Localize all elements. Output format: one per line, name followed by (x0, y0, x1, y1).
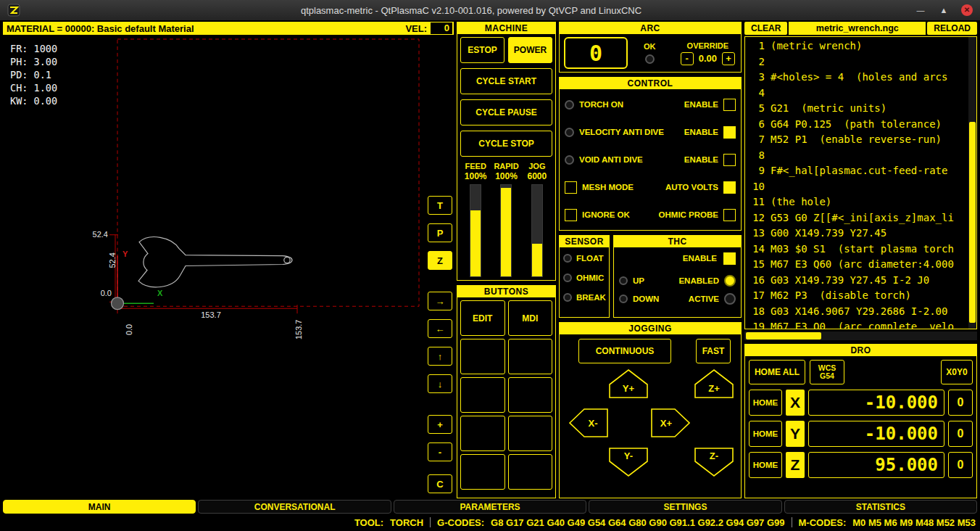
scrollbar-thumb[interactable] (746, 332, 821, 339)
pan-left-button[interactable]: ← (428, 319, 452, 338)
tab-settings[interactable]: SETTINGS (589, 500, 781, 514)
gcode-line-19[interactable]: 19M67 E3 Q0 (arc complete, velo (747, 319, 968, 329)
close-button[interactable]: ✕ (961, 4, 973, 16)
pan-right-button[interactable]: → (428, 292, 452, 310)
gcode-line-7[interactable]: 7M52 P1 (enable reverse-run) (747, 132, 968, 148)
preview-area[interactable]: FR: 1000PH: 3.00PD: 0.1CH: 1.00KW: 0.00 (3, 35, 423, 498)
rapid-slider[interactable] (500, 184, 512, 277)
fast-jog-button[interactable]: FAST (696, 339, 731, 363)
clear-view-button[interactable]: C (428, 474, 452, 493)
mesh-mode-label: MESH MODE (582, 183, 634, 192)
gcode-lines[interactable]: 1(metric wrench)23#<holes> = 4 (holes an… (745, 37, 968, 329)
gcode-line-9[interactable]: 9F#<_hal[plasmac.cut-feed-rate (747, 163, 968, 179)
jog-y+-button[interactable]: Y+ (609, 369, 648, 398)
user-button-empty[interactable] (508, 416, 553, 451)
gcode-line-12[interactable]: 12G53 G0 Z[[#<_ini[axis_z]max_li (747, 210, 968, 226)
machine-body: ESTOP POWER CYCLE START CYCLE PAUSE CYCL… (457, 34, 555, 280)
user-button-edit[interactable]: EDIT (460, 300, 505, 336)
torch-on-enable-checkbox[interactable] (723, 99, 736, 111)
slider-handle[interactable] (501, 188, 511, 276)
gcode-line-18[interactable]: 18G03 X146.9067 Y29.2686 I-2.00 (747, 304, 968, 320)
jog-x+-button[interactable]: X+ (651, 408, 690, 437)
override-plus-button[interactable]: + (722, 52, 735, 65)
ignore-ok-ohmic-probe-checkbox[interactable] (723, 209, 736, 221)
home-all-button[interactable]: HOME ALL (749, 360, 805, 384)
tab-parameters[interactable]: PARAMETERS (394, 500, 586, 514)
zoom-out-button[interactable]: - (428, 442, 452, 461)
gcode-line-10[interactable]: 10 (747, 179, 968, 195)
gcode-line-15[interactable]: 15M67 E3 Q60 (arc diameter:4.000 (747, 257, 968, 273)
maximize-button[interactable]: ▲ (938, 4, 950, 16)
user-button-empty[interactable] (460, 454, 505, 490)
power-button[interactable]: POWER (508, 37, 552, 63)
thc-panel: THC ENABLE UPENABLEDDOWNACTIVE (613, 235, 742, 318)
tab-conversational[interactable]: CONVERSATIONAL (198, 500, 391, 514)
velocity-anti-dive-enable-checkbox[interactable] (723, 126, 736, 139)
gcode-line-6[interactable]: 6G64 P0.125 (path tolerance) (747, 117, 968, 133)
override-minus-button[interactable]: - (681, 52, 694, 65)
user-button-empty[interactable] (508, 339, 553, 374)
user-button-empty[interactable] (460, 416, 505, 451)
zero-y-button[interactable]: 0 (948, 421, 973, 447)
slider-handle[interactable] (532, 244, 542, 276)
x0y0-button[interactable]: X0Y0 (941, 360, 973, 384)
zero-z-button[interactable]: 0 (948, 452, 973, 478)
ignore-ok-checkbox[interactable] (565, 209, 577, 221)
zoom-in-button[interactable]: + (428, 415, 452, 434)
wcs-button[interactable]: WCS G54 (810, 360, 844, 384)
user-button-empty[interactable] (460, 377, 505, 413)
gcode-line-2[interactable]: 2 (747, 54, 968, 70)
p-button[interactable]: P (428, 223, 452, 242)
user-button-empty[interactable] (508, 454, 553, 490)
jog-x--button[interactable]: X- (569, 408, 608, 437)
mesh-mode-checkbox[interactable] (565, 181, 577, 194)
cycle-pause-button[interactable]: CYCLE PAUSE (460, 99, 552, 125)
cycle-start-button[interactable]: CYCLE START (460, 68, 552, 94)
user-button-mdi[interactable]: MDI (508, 300, 553, 336)
continuous-jog-button[interactable]: CONTINUOUS (578, 339, 671, 363)
gcode-line-14[interactable]: 14M03 $0 S1 (start plasma torch (747, 242, 968, 258)
tab-statistics[interactable]: STATISTICS (784, 500, 977, 514)
gcode-line-17[interactable]: 17M62 P3 (disable torch) (747, 288, 968, 304)
pan-down-button[interactable]: ↓ (428, 374, 452, 393)
gcode-vertical-scrollbar[interactable] (968, 37, 976, 329)
minimize-button[interactable]: — (915, 4, 926, 16)
slider-handle[interactable] (470, 210, 481, 276)
arc-panel-title: ARC (560, 22, 741, 34)
thc-enable-checkbox[interactable] (723, 252, 736, 265)
mesh-mode-auto-volts-checkbox[interactable] (723, 181, 736, 194)
estop-button[interactable]: ESTOP (460, 37, 504, 63)
home-z-button[interactable]: HOME (749, 452, 782, 478)
tab-main[interactable]: MAIN (3, 500, 196, 514)
line-number: 10 (747, 179, 765, 195)
home-x-button[interactable]: HOME (749, 390, 782, 416)
gcode-line-5[interactable]: 5G21 (metric units) (747, 101, 968, 117)
void-anti-dive-enable-checkbox[interactable] (723, 154, 736, 166)
gcode-line-4[interactable]: 4 (747, 86, 968, 102)
gcode-horizontal-scrollbar[interactable] (744, 332, 977, 340)
cycle-stop-button[interactable]: CYCLE STOP (460, 131, 552, 157)
pan-up-button[interactable]: ↑ (428, 347, 452, 366)
reload-file-button[interactable]: RELOAD (927, 22, 977, 35)
jog-z--button[interactable]: Z- (694, 448, 734, 477)
gcode-line-16[interactable]: 16G03 X149.739 Y27.45 I-2 J0 (747, 273, 968, 289)
gcode-line-8[interactable]: 8 (747, 148, 968, 164)
user-button-empty[interactable] (460, 339, 505, 374)
z-button[interactable]: Z (428, 251, 452, 270)
jog-slider[interactable] (531, 184, 543, 277)
gcode-line-11[interactable]: 11(the hole) (747, 194, 968, 210)
scrollbar-thumb[interactable] (969, 122, 976, 323)
zero-x-button[interactable]: 0 (948, 390, 973, 416)
control-row-void-anti-dive: VOID ANTI DIVEENABLE (565, 146, 736, 173)
clear-file-button[interactable]: CLEAR (744, 22, 787, 35)
home-y-button[interactable]: HOME (749, 421, 782, 447)
feed-slider[interactable] (470, 184, 481, 277)
gcode-line-1[interactable]: 1(metric wrench) (747, 38, 968, 54)
user-button-empty[interactable] (508, 377, 553, 413)
jog-z+-button[interactable]: Z+ (694, 369, 734, 398)
gcode-line-3[interactable]: 3#<holes> = 4 (holes and arcs (747, 70, 968, 86)
t-button[interactable]: T (428, 196, 452, 215)
jog-y--button[interactable]: Y- (609, 448, 648, 477)
gcode-line-13[interactable]: 13G00 X149.739 Y27.45 (747, 226, 968, 242)
material-selector[interactable]: MATERIAL = 00000: Basic default Material (7, 23, 405, 34)
